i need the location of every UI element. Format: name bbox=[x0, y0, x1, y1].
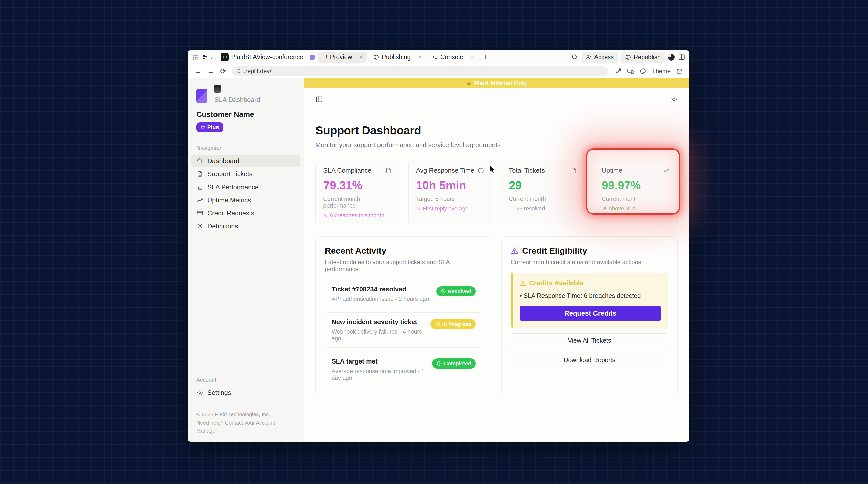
close-icon[interactable]: ✕ bbox=[470, 54, 475, 60]
forward-icon[interactable]: → bbox=[207, 67, 215, 75]
sidebar-item-uptime-metrics[interactable]: Uptime Metrics bbox=[191, 194, 300, 206]
status-badge-label: In Progress bbox=[442, 321, 471, 327]
sidebar-item-label: SLA Performance bbox=[208, 183, 259, 191]
stat-value: 79.31% bbox=[323, 179, 392, 192]
brand-thumbnail-icon bbox=[215, 85, 220, 93]
browser-tab-strip: ⌄ PlaidSLAView-conference Preview ✕ Publ… bbox=[188, 51, 689, 64]
stat-cards-row: SLA Compliance 79.31% Current month perf… bbox=[315, 160, 678, 225]
stat-card-avg-response: Avg Response Time 10h 5min Target: 8 hou… bbox=[408, 160, 492, 225]
republish-label: Republish bbox=[634, 54, 660, 61]
sidebar-item-settings[interactable]: Settings bbox=[191, 387, 300, 399]
stat-title: Avg Response Time bbox=[416, 167, 474, 174]
reload-icon[interactable]: ⟳ bbox=[220, 67, 226, 75]
shield-icon bbox=[236, 68, 241, 73]
sidebar-item-support-tickets[interactable]: Support Tickets bbox=[191, 168, 300, 180]
sidebar-item-credit-requests[interactable]: Credit Requests bbox=[191, 207, 300, 219]
home-icon bbox=[197, 158, 203, 164]
credits-alert-box: Credits Available • SLA Response Time: 6… bbox=[510, 272, 668, 328]
help-text: Need help? Contact your Account Manager bbox=[196, 419, 295, 435]
sidebar-item-label: Dashboard bbox=[208, 157, 239, 165]
download-reports-button[interactable]: Download Reports bbox=[510, 353, 668, 367]
open-external-icon[interactable] bbox=[676, 68, 683, 74]
request-credits-button[interactable]: Request Credits bbox=[520, 305, 661, 321]
sidebar-item-label: Support Tickets bbox=[208, 170, 252, 178]
globe-icon bbox=[373, 54, 379, 60]
trend-up-icon: ↗ bbox=[602, 205, 606, 212]
plan-badge: ✩ Plus bbox=[196, 122, 223, 132]
credit-eligibility-title: Credit Eligibility bbox=[522, 246, 587, 256]
sidebar-toggle-icon[interactable] bbox=[315, 96, 323, 103]
split-panel-icon[interactable] bbox=[678, 54, 685, 61]
status-badge: Resolved bbox=[436, 286, 476, 296]
tab-project[interactable]: PlaidSLAView-conference bbox=[217, 52, 306, 63]
terminal-icon bbox=[432, 54, 438, 60]
stat-card-uptime: Uptime 99.97% Current month ↗ Above SLA bbox=[594, 160, 678, 225]
theme-label[interactable]: Theme bbox=[652, 67, 671, 74]
view-all-tickets-button[interactable]: View All Tickets bbox=[510, 333, 668, 348]
sidebar-footer: © 2025 Plaid Technologies, Inc. Need hel… bbox=[188, 405, 304, 442]
close-icon[interactable]: ✕ bbox=[359, 54, 364, 60]
close-icon[interactable]: ✕ bbox=[418, 54, 422, 60]
activity-title: Ticket #708234 resolved bbox=[332, 285, 429, 293]
stat-title: Uptime bbox=[602, 167, 622, 174]
gear-icon bbox=[197, 223, 203, 229]
trending-up-icon bbox=[663, 167, 670, 174]
tab-preview[interactable]: Preview ✕ bbox=[318, 52, 367, 63]
trend-flat-icon: — bbox=[509, 205, 515, 212]
lock-icon bbox=[466, 80, 472, 86]
address-field[interactable]: .replit.dev/ bbox=[231, 66, 608, 76]
theme-palette-icon[interactable] bbox=[640, 68, 646, 74]
sidebar-item-dashboard[interactable]: Dashboard bbox=[191, 155, 300, 167]
brand-name: SLA Dashboard bbox=[215, 96, 260, 104]
clock-icon bbox=[478, 167, 484, 174]
republish-button[interactable]: Republish bbox=[621, 52, 664, 63]
stat-trend-text: Above SLA bbox=[608, 205, 636, 212]
activity-desc: API authentication issue - 2 hours ago bbox=[332, 296, 429, 302]
recent-activity-subtitle: Latest updates to your support tickets a… bbox=[325, 259, 483, 272]
sidebar-item-label: Credit Requests bbox=[208, 209, 254, 217]
stat-trend-text: 23 resolved bbox=[516, 205, 545, 212]
devices-icon[interactable] bbox=[627, 67, 634, 74]
banner-text: Plaid Internal Only bbox=[474, 80, 527, 87]
status-badge: In Progress bbox=[431, 319, 476, 329]
page-subtitle: Monitor your support performance and ser… bbox=[315, 141, 678, 149]
credit-eligibility-subtitle: Current month credit status and availabl… bbox=[510, 259, 668, 266]
sidebar-item-label: Uptime Metrics bbox=[208, 196, 251, 204]
devtools-wrench-icon[interactable] bbox=[615, 68, 622, 74]
tab-console[interactable]: Console ✕ bbox=[429, 52, 478, 63]
main-content: Plaid Internal Only Support Dashboard bbox=[304, 78, 689, 442]
tab-publishing[interactable]: Publishing ✕ bbox=[370, 52, 425, 63]
sun-icon[interactable] bbox=[670, 96, 678, 103]
trend-down-icon: ↘ bbox=[416, 205, 421, 212]
access-button[interactable]: Access bbox=[582, 52, 618, 63]
activity-desc: Average response time improved - 1 day a… bbox=[332, 368, 432, 381]
status-badge-label: Resolved bbox=[448, 288, 471, 294]
activity-title: SLA target met bbox=[332, 357, 432, 365]
recent-activity-panel: Recent Activity Latest updates to your s… bbox=[315, 236, 492, 396]
sidebar-item-label: Settings bbox=[208, 389, 231, 397]
stat-title: Total Tickets bbox=[509, 167, 545, 174]
app-logo bbox=[196, 89, 208, 103]
stat-title: SLA Compliance bbox=[323, 167, 371, 174]
status-badge: Completed bbox=[432, 358, 476, 368]
stat-card-total-tickets: Total Tickets 29 Current month — 23 res bbox=[501, 160, 585, 225]
replit-menu-icon[interactable] bbox=[192, 54, 198, 61]
person-plus-icon bbox=[586, 54, 592, 60]
stat-trend-text: 6 breaches this month bbox=[330, 212, 384, 219]
sidebar-item-definitions[interactable]: Definitions bbox=[191, 220, 300, 232]
stop-square-icon[interactable] bbox=[310, 55, 315, 60]
credits-alert-detail: • SLA Response Time: 6 breaches detected bbox=[520, 292, 661, 299]
document-icon bbox=[385, 167, 392, 174]
stat-card-sla-compliance: SLA Compliance 79.31% Current month perf… bbox=[315, 160, 399, 225]
app-header bbox=[304, 88, 689, 110]
back-icon[interactable]: ← bbox=[194, 67, 202, 75]
search-icon[interactable] bbox=[571, 54, 578, 61]
access-label: Access bbox=[594, 54, 614, 61]
credit-card-icon bbox=[197, 210, 203, 216]
sidebar-item-sla-performance[interactable]: SLA Performance bbox=[191, 181, 300, 193]
status-circle-icon[interactable] bbox=[668, 54, 675, 61]
new-tab-icon[interactable]: + bbox=[481, 53, 490, 62]
workspace-switcher-icon[interactable]: ⌄ bbox=[202, 54, 214, 61]
publish-globe-icon bbox=[625, 54, 631, 60]
activity-item: SLA target met Average response time imp… bbox=[325, 352, 483, 387]
